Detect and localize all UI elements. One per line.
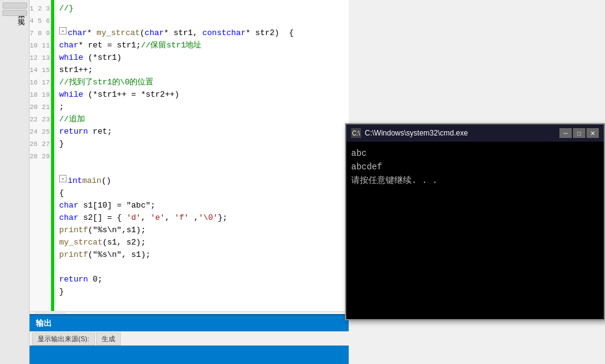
cmd-title: C:\Windows\system32\cmd.exe — [365, 129, 556, 137]
code-line: return ret; — [59, 126, 344, 138]
code-line: //} — [59, 2, 344, 15]
code-line: //追加 — [59, 113, 344, 126]
code-line — [59, 163, 344, 175]
cmd-app-icon: C:\ — [351, 128, 361, 138]
cmd-window-controls: ─ □ ✕ — [559, 128, 599, 138]
code-editor[interactable]: //}-char* my_strcat(char* str1, const ch… — [54, 0, 349, 314]
code-line: } — [59, 138, 344, 150]
editor-gutter: 1 2 3 4 5 6 7 8 9 10 11 12 13 14 15 16 1… — [30, 0, 51, 314]
cmd-output: abcabcdef请按任意键继续. . . — [346, 142, 604, 319]
code-line: -int main() — [59, 175, 344, 187]
sidebar-btn-simulate[interactable]: 数模拟 — [2, 2, 27, 9]
output-title: 输出 — [30, 315, 349, 331]
sidebar-btn-implement[interactable]: 实现 — [2, 10, 27, 16]
code-line: return 0; — [59, 273, 344, 286]
code-line: char* ret = str1;//保留str1地址 — [59, 39, 344, 52]
cmd-output-line: abcdef — [351, 160, 599, 174]
code-line — [59, 15, 344, 27]
cmd-window: C:\ C:\Windows\system32\cmd.exe ─ □ ✕ ab… — [345, 123, 605, 320]
code-line: { — [59, 187, 344, 200]
code-line: char s1[10] = "abc"; — [59, 200, 344, 212]
sidebar: 数模拟 实现 — [0, 0, 30, 364]
code-line — [59, 261, 344, 273]
code-line: while (*str1) — [59, 52, 344, 64]
output-tabs: 显示输出来源(S): 生成 — [30, 331, 349, 346]
code-line: char s2[] = { 'd', 'e', 'f' ,'\0'}; — [59, 212, 344, 224]
code-line: str1++; — [59, 64, 344, 76]
cmd-minimize-button[interactable]: ─ — [559, 128, 572, 138]
code-line: -char* my_strcat(char* str1, const char*… — [59, 27, 344, 39]
line-numbers: 1 2 3 4 5 6 7 8 9 10 11 12 13 14 15 16 1… — [30, 0, 51, 165]
code-line: //找到了str1的\0的位置 — [59, 76, 344, 89]
output-tab-build[interactable]: 生成 — [96, 333, 121, 346]
collapse-button[interactable]: - — [59, 175, 67, 182]
cmd-maximize-button[interactable]: □ — [573, 128, 585, 138]
code-line — [59, 150, 344, 163]
cmd-close-button[interactable]: ✕ — [587, 128, 599, 138]
code-line: my_strcat(s1, s2); — [59, 237, 344, 249]
code-line: } — [59, 286, 344, 298]
output-tab-source[interactable]: 显示输出来源(S): — [32, 333, 95, 346]
collapse-button[interactable]: - — [59, 27, 67, 34]
cmd-titlebar: C:\ C:\Windows\system32\cmd.exe ─ □ ✕ — [346, 124, 604, 142]
output-panel: 输出 显示输出来源(S): 生成 — [30, 314, 349, 364]
editor-container: 1 2 3 4 5 6 7 8 9 10 11 12 13 14 15 16 1… — [30, 0, 349, 314]
cmd-output-line: 请按任意键继续. . . — [351, 174, 599, 187]
code-line: ; — [59, 101, 344, 113]
code-line: printf("%s\n", s1); — [59, 249, 344, 261]
code-line: while (*str1++ = *str2++) — [59, 89, 344, 101]
code-line: printf("%s\n",s1); — [59, 224, 344, 237]
cmd-output-line: abc — [351, 147, 599, 160]
